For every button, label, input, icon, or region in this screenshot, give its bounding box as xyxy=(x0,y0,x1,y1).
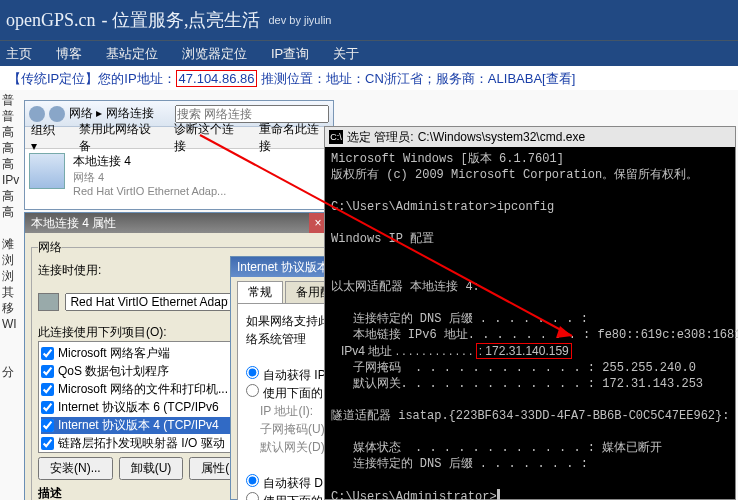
connection-item[interactable]: 本地连接 4 网络 4 Red Hat VirtIO Ethernet Adap… xyxy=(25,149,333,201)
menu-organize[interactable]: 组织 ▾ xyxy=(31,122,63,153)
connection-net: 网络 4 xyxy=(73,170,226,185)
props-title: 本地连接 4 属性 xyxy=(31,213,116,233)
network-connections-window: 网络 ▸ 网络连接 组织 ▾ 禁用此网络设备 诊断这个连接 重命名此连接 本地连… xyxy=(24,100,334,210)
nav-browser[interactable]: 浏览器定位 xyxy=(182,45,247,63)
detected-ip: 47.104.86.86 xyxy=(176,70,258,87)
explorer-menu: 组织 ▾ 禁用此网络设备 诊断这个连接 重命名此连接 xyxy=(25,127,333,149)
protocol-checkbox[interactable] xyxy=(41,419,54,432)
left-sidebar-text: 普普高高高IPv高高 滩浏浏其移WI 分 xyxy=(2,92,22,380)
tab-general[interactable]: 常规 xyxy=(237,281,283,303)
cmd-title-prefix: 选定 管理员: xyxy=(347,127,414,147)
adapter-icon xyxy=(38,293,59,311)
menu-disable[interactable]: 禁用此网络设备 xyxy=(79,121,159,155)
protocol-checkbox[interactable] xyxy=(41,347,54,360)
uninstall-button[interactable]: 卸载(U) xyxy=(119,457,184,480)
nav-blog[interactable]: 博客 xyxy=(56,45,82,63)
cmd-title-path: C:\Windows\system32\cmd.exe xyxy=(418,127,585,147)
back-icon[interactable] xyxy=(29,106,45,122)
nav-home[interactable]: 主页 xyxy=(6,45,32,63)
radio-auto-dns[interactable] xyxy=(246,474,259,487)
site-header: openGPS.cn - 位置服务,点亮生活 dev by jiyulin xyxy=(0,0,738,40)
ip-location: 推测位置：地址：CN浙江省；服务商：ALIBABA[查看] xyxy=(257,71,575,86)
site-slogan: - 位置服务,点亮生活 xyxy=(102,8,261,32)
menu-rename[interactable]: 重命名此连接 xyxy=(259,121,327,155)
desc-heading: 描述 xyxy=(38,486,62,500)
protocol-checkbox[interactable] xyxy=(41,437,54,450)
protocol-checkbox[interactable] xyxy=(41,401,54,414)
nav-bts[interactable]: 基站定位 xyxy=(106,45,158,63)
address-crumb[interactable]: 网络 ▸ 网络连接 xyxy=(69,105,154,122)
protocol-checkbox[interactable] xyxy=(41,365,54,378)
radio-manual-dns[interactable] xyxy=(246,492,259,500)
site-dev: dev by jiyulin xyxy=(269,14,332,26)
nav-ip[interactable]: IP查询 xyxy=(271,45,309,63)
site-nav: 主页 博客 基站定位 浏览器定位 IP查询 关于 xyxy=(0,40,738,66)
connection-name: 本地连接 4 xyxy=(73,153,226,170)
install-button[interactable]: 安装(N)... xyxy=(38,457,113,480)
cmd-terminal[interactable]: Microsoft Windows [版本 6.1.7601] 版权所有 (c)… xyxy=(325,147,735,500)
network-adapter-icon xyxy=(29,153,65,189)
forward-icon[interactable] xyxy=(49,106,65,122)
cmd-icon: C:\ xyxy=(329,130,343,144)
adapter-select[interactable]: Red Hat VirtIO Ethernet Adapter xyxy=(65,293,245,311)
ip-result-line: 【传统IP定位】您的IP地址：47.104.86.86 推测位置：地址：CN浙江… xyxy=(0,66,738,92)
connection-adapter: Red Hat VirtIO Ethernet Adap... xyxy=(73,185,226,197)
props-tab: 网络 xyxy=(38,239,62,256)
nav-about[interactable]: 关于 xyxy=(333,45,359,63)
menu-diagnose[interactable]: 诊断这个连接 xyxy=(174,121,242,155)
cmd-window: C:\ 选定 管理员: C:\Windows\system32\cmd.exe … xyxy=(324,126,736,500)
site-logo: openGPS.cn xyxy=(6,10,96,31)
radio-auto-ip[interactable] xyxy=(246,366,259,379)
radio-manual-ip[interactable] xyxy=(246,384,259,397)
protocol-checkbox[interactable] xyxy=(41,383,54,396)
ip-prefix: 【传统IP定位】您的IP地址： xyxy=(8,71,176,86)
